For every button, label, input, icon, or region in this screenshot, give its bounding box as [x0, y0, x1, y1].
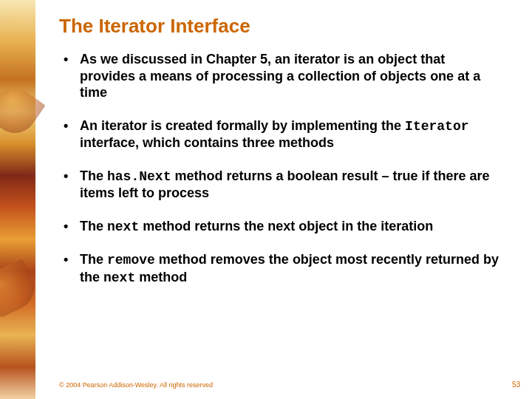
bullet-item: The has.Next method returns a boolean re…	[59, 168, 504, 202]
bullet-item: The remove method removes the object mos…	[59, 251, 504, 286]
copyright-footer: © 2004 Pearson Addison-Wesley. All right…	[59, 381, 213, 389]
bullet-item: The next method returns the next object …	[59, 218, 504, 236]
body-text: The	[80, 252, 107, 267]
decorative-leaf-strip	[0, 0, 35, 399]
slide-content: The Iterator Interface As we discussed i…	[59, 15, 510, 384]
code-text: remove	[107, 253, 155, 267]
body-text: method returns the next object in the it…	[139, 219, 433, 233]
body-text: The	[80, 219, 107, 233]
body-text: method	[135, 270, 187, 284]
body-text: As we discussed in Chapter 5, an iterato…	[80, 52, 480, 100]
code-text: has.Next	[107, 169, 171, 184]
code-text: next	[103, 270, 135, 285]
body-text: An iterator is created formally by imple…	[80, 118, 405, 133]
body-text: The	[80, 168, 107, 183]
code-text: Iterator	[405, 119, 468, 134]
body-text: interface, which contains three methods	[80, 135, 334, 150]
page-number: 53	[512, 381, 520, 389]
bullet-item: An iterator is created formally by imple…	[59, 117, 504, 151]
bullet-list: As we discussed in Chapter 5, an iterato…	[59, 51, 510, 286]
bullet-item: As we discussed in Chapter 5, an iterato…	[59, 51, 504, 101]
slide-title: The Iterator Interface	[59, 15, 510, 38]
code-text: next	[107, 219, 139, 234]
